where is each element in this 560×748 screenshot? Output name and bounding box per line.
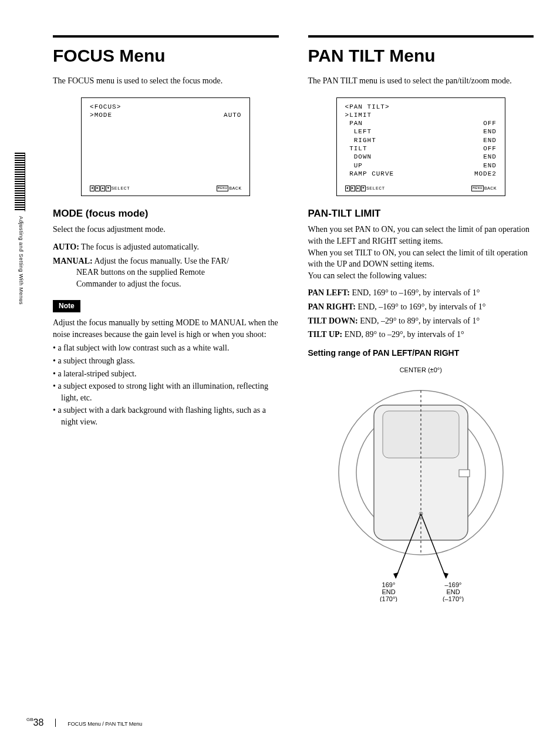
tilt-up-def: TILT UP: END, 89° to –29°, by intervals … (308, 329, 534, 341)
manual-cont1: NEAR buttons on the supplied Remote (76, 267, 279, 278)
list-item: a subject with a dark background with fl… (53, 405, 279, 427)
osd-select-hint: ◄►▲▼SELECT (90, 186, 130, 191)
tilt-down-def: TILT DOWN: END, –29° to 89°, by interval… (308, 315, 534, 327)
osd-footer: ◄►▲▼SELECT MENUBACK (345, 186, 497, 191)
osd-left-row: LEFTEND (345, 127, 497, 136)
note-bullet-list: a flat subject with low contrast such as… (53, 342, 279, 427)
svg-marker-9 (393, 572, 399, 578)
pan-left-def: PAN LEFT: END, 169° to –169°, by interva… (308, 287, 534, 299)
diag-right-end: END (446, 588, 460, 595)
right-column: PAN TILT Menu The PAN TILT menu is used … (308, 35, 534, 602)
osd-down-row: DOWNEND (345, 153, 497, 161)
pantilt-osd-screen: <PAN TILT> >LIMIT PANOFF LEFTEND RIGHTEN… (336, 97, 505, 196)
osd-mode-value: AUTO (224, 111, 241, 119)
focus-intro: The FOCUS menu is used to select the foc… (53, 75, 279, 87)
list-item: a subject exposed to strong light with a… (53, 380, 279, 403)
diag-right-deg: –169° (444, 581, 461, 588)
osd-right-row: RIGHTEND (345, 136, 497, 144)
diag-right-paren: (–170°) (443, 595, 464, 602)
osd-up-row: UPEND (345, 161, 497, 170)
focus-menu-title: FOCUS Menu (53, 43, 279, 68)
heading-rule (53, 35, 279, 38)
osd-footer: ◄►▲▼SELECT MENUBACK (90, 186, 241, 191)
auto-label: AUTO: (53, 242, 79, 251)
heading-rule (308, 35, 534, 38)
footer-separator (55, 719, 56, 727)
focus-osd-screen: <FOCUS> >MODE AUTO ◄►▲▼SELECT MENUBACK (81, 97, 250, 196)
manual-cont2: Commander to adjust the focus. (76, 278, 279, 290)
osd-mode-row: >MODE AUTO (90, 111, 241, 119)
osd-header: <FOCUS> (90, 103, 241, 111)
osd-mode-label: >MODE (90, 111, 112, 119)
pantilt-p1: When you set PAN to ON, you can select t… (308, 224, 534, 247)
osd-ramp-row: RAMP CURVEMODE2 (345, 170, 497, 178)
list-item: a flat subject with low contrast such as… (53, 342, 279, 354)
page-number-group: GB38 (26, 716, 43, 729)
svg-rect-5 (459, 470, 470, 477)
setting-range-heading: Setting range of PAN LEFT/PAN RIGHT (308, 348, 534, 359)
page-number: 38 (33, 717, 44, 727)
manual-definition: MANUAL: Adjust the focus manually. Use t… (53, 255, 279, 290)
mode-desc: Select the focus adjustment mode. (53, 224, 279, 235)
list-item: a lateral-striped subject. (53, 368, 279, 380)
osd-limit-row: >LIMIT (345, 111, 497, 119)
side-tab-label: Adjusting and Setting With Menus (17, 216, 25, 305)
pantilt-intro: The PAN TILT menu is used to select the … (308, 75, 534, 87)
two-column-layout: FOCUS Menu The FOCUS menu is used to sel… (53, 35, 534, 602)
diag-left-end: END (382, 588, 395, 595)
osd-header: <PAN TILT> (345, 103, 497, 111)
auto-text: The focus is adjusted automatically. (79, 242, 199, 251)
pan-right-def: PAN RIGHT: END, –169° to 169°, by interv… (308, 301, 534, 313)
list-item: a subject through glass. (53, 355, 279, 367)
mode-heading: MODE (focus mode) (53, 207, 279, 221)
side-section-tab: Adjusting and Setting With Menus (15, 153, 26, 305)
pan-range-diagram: CENTER (±0°) 169° END (170°) –169° END (… (308, 366, 534, 601)
diag-left-paren: (170°) (380, 595, 397, 602)
osd-back-hint: MENUBACK (471, 186, 497, 191)
page-footer: GB38 FOCUS Menu / PAN TILT Menu (26, 716, 142, 729)
camera-top-diagram-svg: 169° END (170°) –169° END (–170°) (333, 379, 509, 602)
auto-definition: AUTO: The focus is adjusted automaticall… (53, 241, 279, 253)
note-badge: Note (53, 300, 80, 312)
osd-pan-row: PANOFF (345, 119, 497, 127)
pantilt-p3: You can select the following values: (308, 270, 534, 282)
svg-marker-10 (443, 572, 448, 578)
gb-prefix: GB (26, 717, 33, 722)
pantilt-p2: When you set TILT to ON, you can select … (308, 247, 534, 270)
diag-left-deg: 169° (382, 581, 395, 588)
side-tab-bar-graphic (15, 153, 25, 211)
osd-tilt-row: TILTOFF (345, 144, 497, 153)
footer-trail: FOCUS Menu / PAN TILT Menu (68, 720, 142, 728)
note-intro: Adjust the focus manually by setting MOD… (53, 317, 279, 340)
pantilt-menu-title: PAN TILT Menu (308, 43, 534, 68)
osd-select-hint: ◄►▲▼SELECT (345, 186, 385, 191)
manual-label: MANUAL: (53, 257, 93, 265)
osd-back-hint: MENUBACK (217, 186, 242, 191)
left-column: FOCUS Menu The FOCUS menu is used to sel… (53, 35, 279, 602)
diagram-center-label: CENTER (±0°) (308, 366, 534, 375)
manual-text: Adjust the focus manually. Use the FAR/ (93, 257, 229, 265)
pantilt-limit-heading: PAN-TILT LIMIT (308, 207, 534, 221)
